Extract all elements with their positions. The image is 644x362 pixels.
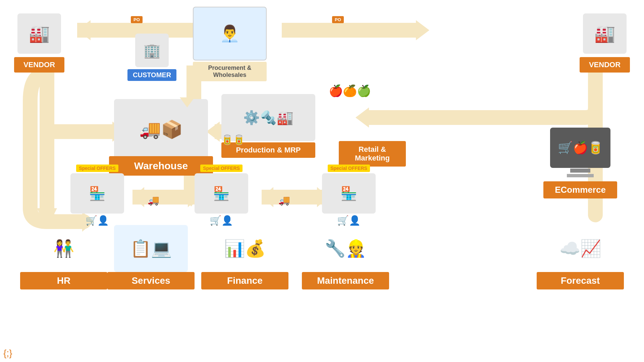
svg-rect-12 — [132, 190, 200, 205]
module-maintenance: 🔧👷 Maintenance — [302, 225, 389, 289]
forecast-label: Forecast — [537, 272, 624, 289]
vendor-right: 🏭 VENDOR — [580, 13, 630, 73]
special-badge-right: Special OFFERS — [328, 165, 370, 172]
svg-rect-8 — [53, 124, 120, 139]
store-left: Special OFFERS 🏪 🛒👤 — [70, 165, 124, 226]
retail-marketing-label: Retail & Marketing — [339, 141, 406, 167]
store-right-person: 🛒👤 — [337, 215, 361, 226]
module-services: 📋💻 Services — [107, 225, 195, 289]
store-center-img: 🏪 — [195, 173, 248, 214]
warehouse-image: 🚚📦 — [114, 99, 208, 160]
vendor-right-label: VENDOR — [580, 57, 630, 73]
svg-marker-11 — [206, 122, 220, 142]
store-center-person: 🛒👤 — [210, 215, 233, 226]
vendor-left: 🏭 VENDOR — [14, 13, 64, 73]
vendor-left-label: VENDOR — [14, 57, 64, 73]
hr-icon: 👫 — [30, 225, 97, 272]
production-image: ⚙️🔩🏭 — [221, 94, 315, 141]
services-icon: 📋💻 — [114, 225, 188, 272]
arrow-proc-to-wh-head — [180, 97, 195, 107]
bottom-left-icon: {;} — [3, 348, 12, 359]
procurement-label: Procurement & Wholesales — [193, 62, 267, 81]
arrow-proc-to-wh — [186, 65, 201, 99]
vendor-right-icon: 🏭 — [583, 13, 627, 54]
store-left-img: 🏪 — [70, 173, 124, 214]
finance-icon: 📊💰 — [211, 225, 278, 272]
special-badge-center: Special OFFERS — [200, 165, 243, 172]
ecommerce-stand — [567, 174, 594, 177]
special-badge-left: Special OFFERS — [76, 165, 118, 172]
procurement-block: 👨‍💼 Procurement & Wholesales — [193, 7, 267, 81]
po-badge-right: PO — [332, 16, 344, 23]
store-center: Special OFFERS 🏪 🛒👤 — [195, 165, 248, 226]
customer-label: CUSTOMER — [127, 69, 176, 81]
maintenance-label: Maintenance — [302, 272, 389, 289]
forecast-icon: ☁️📈 — [547, 225, 614, 272]
svg-marker-16 — [262, 187, 273, 207]
module-finance: 📊💰 Finance — [201, 225, 288, 289]
truck-center-right: 🚚 — [278, 195, 290, 206]
truck-left-center: 🚚 — [148, 195, 159, 206]
svg-rect-15 — [262, 190, 329, 205]
po-badge-left: PO — [131, 16, 143, 23]
svg-marker-4 — [416, 20, 429, 40]
svg-rect-3 — [282, 23, 416, 38]
module-forecast: ☁️📈 Forecast — [537, 225, 624, 289]
svg-marker-2 — [77, 20, 91, 40]
finance-label: Finance — [201, 272, 288, 289]
store-left-person: 🛒👤 — [86, 215, 109, 226]
maintenance-icon: 🔧👷 — [312, 225, 379, 272]
store-right: Special OFFERS 🏪 🛒👤 — [322, 165, 376, 226]
production-block: ⚙️🔩🏭 Production & MRP — [221, 94, 315, 158]
customer-icon: 🏢 — [135, 34, 169, 67]
module-hr: 👫 HR — [20, 225, 107, 289]
procurement-icon: 👨‍💼 — [193, 7, 267, 60]
diagram: 🏭 VENDOR 🏭 VENDOR PO PO 👨‍💼 Procurement … — [0, 0, 644, 362]
svg-marker-5 — [356, 107, 369, 128]
hr-label: HR — [20, 272, 107, 289]
customer-block: 🏢 CUSTOMER — [127, 34, 176, 81]
svg-marker-13 — [132, 187, 144, 207]
vendor-left-icon: 🏭 — [17, 13, 61, 54]
small-items-icon: 🥫🥫 — [221, 134, 245, 145]
services-label: Services — [107, 272, 195, 289]
ecommerce-block: 🛒🍎🥫 ECommerce — [543, 128, 617, 198]
store-right-img: 🏪 — [322, 173, 376, 214]
ecommerce-label: ECommerce — [543, 181, 617, 198]
produce-icon: 🍎🍊🍏 — [329, 84, 371, 97]
ecommerce-monitor: 🛒🍎🥫 — [550, 128, 610, 168]
